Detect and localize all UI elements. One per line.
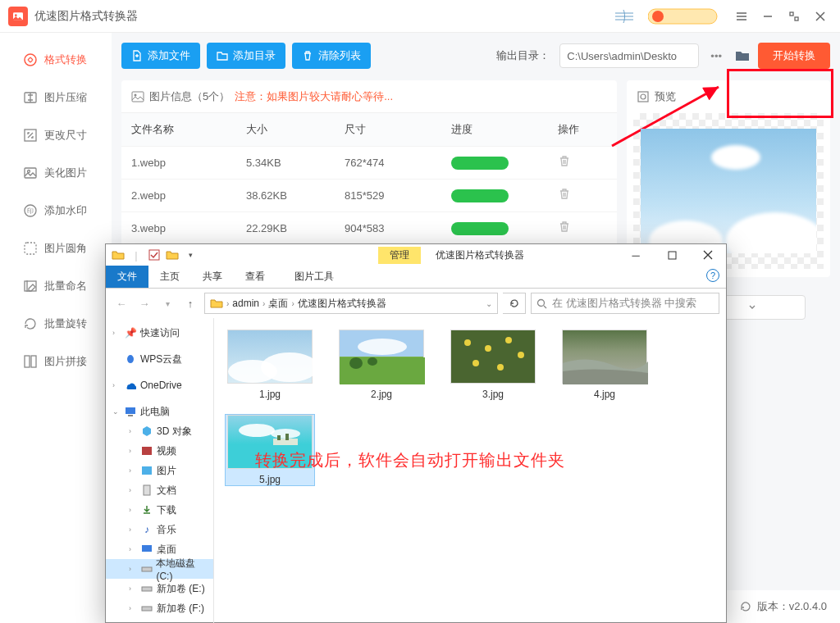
breadcrumb[interactable]: › admin› 桌面› 优速图片格式转换器 ⌄: [204, 293, 498, 314]
file-thumb[interactable]: 4.jpg: [560, 330, 649, 400]
tree-dl[interactable]: ›下载: [106, 500, 213, 520]
svg-rect-26: [142, 447, 152, 455]
delete-row-button[interactable]: [558, 155, 607, 171]
tree-fdrive[interactable]: ›新加卷 (F:): [106, 598, 213, 618]
explorer-tree: ›📌快速访问 WPS云盘 ›OneDrive ⌄此电脑 ›3D 对象 ›视频 ›…: [106, 318, 214, 623]
table-row[interactable]: 1.webp 5.34KB 762*474: [121, 146, 617, 179]
qat-folder2-icon[interactable]: [165, 248, 180, 262]
tree-edrive[interactable]: ›新加卷 (E:): [106, 579, 213, 598]
status-bar: 版本：v2.0.4.0: [726, 590, 840, 623]
file-thumb[interactable]: 2.jpg: [337, 330, 426, 400]
ribbon-file-tab[interactable]: 文件: [106, 266, 148, 288]
svg-rect-15: [25, 356, 30, 367]
explorer-minimize[interactable]: ─: [618, 244, 654, 266]
tree-this-pc[interactable]: ⌄此电脑: [106, 402, 213, 421]
sidebar-item-compress[interactable]: 图片压缩: [0, 79, 111, 116]
table-row[interactable]: 3.webp 22.29KB 904*583: [121, 211, 617, 244]
explorer-titlebar: | ▾ 管理 优速图片格式转换器 ─: [106, 244, 726, 266]
qat-divider: |: [129, 248, 144, 262]
app-titlebar: 优速图片格式转换器: [0, 0, 840, 33]
ribbon-view-tab[interactable]: 查看: [234, 266, 276, 288]
output-path-input[interactable]: C:\Users\admin\Deskto: [559, 43, 699, 68]
sidebar-label: 批量旋转: [44, 316, 87, 331]
explorer-search-input[interactable]: 在 优速图片格式转换器 中搜索: [531, 293, 719, 314]
close-icon[interactable]: [809, 5, 832, 28]
progress-bar: [451, 157, 509, 170]
tree-pic[interactable]: ›图片: [106, 461, 213, 480]
svg-rect-16: [31, 356, 36, 367]
clear-button[interactable]: 清除列表: [292, 43, 371, 69]
tree-music[interactable]: ›♪音乐: [106, 520, 213, 539]
ribbon-contextual-tab[interactable]: 管理: [378, 247, 421, 264]
delete-row-button[interactable]: [558, 188, 607, 203]
tree-cdrive[interactable]: ›本地磁盘 (C:): [106, 559, 213, 579]
table-row[interactable]: 2.webp 38.62KB 815*529: [121, 179, 617, 211]
sidebar-label: 格式转换: [44, 52, 87, 67]
ribbon-home-tab[interactable]: 主页: [148, 266, 191, 288]
svg-point-20: [641, 94, 646, 99]
svg-rect-30: [142, 567, 152, 571]
minimize-icon[interactable]: [756, 5, 779, 28]
svg-rect-5: [795, 17, 798, 20]
round-icon: [23, 241, 38, 256]
sidebar-item-beautify[interactable]: 美化图片: [0, 154, 111, 192]
nav-up-icon[interactable]: ↑: [181, 294, 199, 312]
rename-icon: [23, 279, 38, 293]
svg-point-35: [358, 339, 407, 355]
tree-quick-access[interactable]: ›📌快速访问: [106, 323, 213, 343]
svg-point-44: [518, 352, 524, 358]
delete-row-button[interactable]: [558, 221, 607, 236]
svg-point-38: [368, 357, 377, 366]
browse-folder-button[interactable]: [733, 47, 751, 65]
breadcrumb-dropdown[interactable]: ⌄: [486, 299, 492, 308]
folder-icon: [210, 297, 223, 310]
refresh-button[interactable]: [503, 293, 526, 314]
svg-rect-21: [149, 250, 159, 260]
refresh-icon[interactable]: [739, 600, 752, 613]
tree-onedrive[interactable]: ›OneDrive: [106, 375, 213, 395]
start-convert-button[interactable]: 开始转换: [758, 43, 830, 69]
qat-check-icon[interactable]: [147, 248, 162, 262]
svg-point-3: [652, 11, 664, 22]
tree-wps[interactable]: WPS云盘: [106, 349, 213, 369]
explorer-maximize[interactable]: [654, 244, 690, 266]
nav-recent-icon[interactable]: ▾: [158, 294, 176, 312]
tree-video[interactable]: ›视频: [106, 441, 213, 461]
folder-icon[interactable]: [111, 248, 126, 262]
explorer-close[interactable]: [690, 244, 726, 266]
sidebar-item-format[interactable]: 格式转换: [0, 41, 111, 79]
ribbon-share-tab[interactable]: 共享: [191, 266, 234, 288]
svg-rect-4: [790, 12, 793, 16]
stitch-icon: [23, 354, 38, 369]
sidebar-item-resize[interactable]: 更改尺寸: [0, 116, 111, 154]
add-dir-button[interactable]: 添加目录: [207, 43, 285, 69]
sidebar-label: 添加水印: [44, 203, 87, 218]
sidebar-item-rename[interactable]: 批量命名: [0, 267, 111, 305]
info-row: 图片信息（5个） 注意：如果图片较大请耐心等待...: [121, 80, 617, 113]
menu-icon[interactable]: [730, 5, 753, 28]
qat-dropdown-icon[interactable]: ▾: [183, 248, 198, 262]
tree-doc[interactable]: ›文档: [106, 480, 213, 500]
rotate-icon: [23, 316, 38, 331]
sidebar-item-stitch[interactable]: 图片拼接: [0, 343, 111, 380]
file-thumb[interactable]: 3.jpg: [449, 330, 537, 400]
ribbon-tools-tab[interactable]: 图片工具: [283, 266, 345, 288]
nav-fwd-icon[interactable]: →: [135, 294, 153, 312]
path-more-button[interactable]: •••: [705, 50, 727, 62]
sidebar-item-round[interactable]: 图片圆角: [0, 230, 111, 267]
app-title: 优速图片格式转换器: [34, 9, 138, 24]
add-file-button[interactable]: 添加文件: [121, 43, 200, 69]
svg-point-1: [15, 14, 17, 16]
file-thumb[interactable]: 1.jpg: [226, 330, 314, 400]
tree-3d[interactable]: ›3D 对象: [106, 421, 213, 441]
explorer-title: 优速图片格式转换器: [436, 248, 524, 262]
sidebar-item-watermark[interactable]: 印添加水印: [0, 192, 111, 230]
svg-rect-25: [128, 415, 133, 416]
nav-back-icon[interactable]: ←: [112, 294, 130, 312]
sidebar-item-rotate[interactable]: 批量旋转: [0, 305, 111, 343]
svg-rect-32: [142, 607, 152, 611]
svg-point-37: [349, 357, 363, 369]
ribbon-help-icon[interactable]: ?: [706, 269, 719, 282]
explorer-file-pane[interactable]: 1.jpg 2.jpg 3.jpg 4.jpg 5.jpg 转换完成后，软件会自…: [214, 318, 726, 623]
maximize-icon[interactable]: [783, 5, 806, 28]
